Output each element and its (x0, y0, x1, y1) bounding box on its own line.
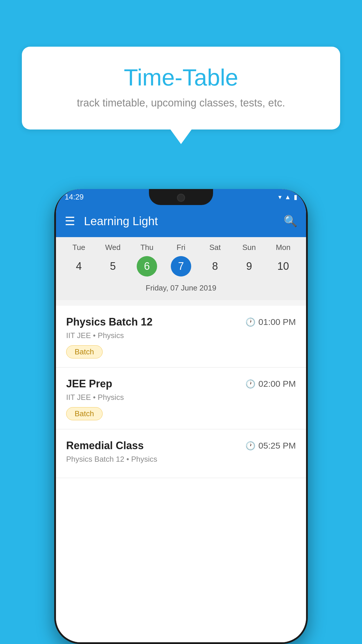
schedule-header: JEE Prep 🕐 02:00 PM (66, 378, 296, 390)
signal-icon: ▲ (284, 193, 291, 201)
batch-tag: Batch (66, 407, 103, 420)
schedule-list[interactable]: Physics Batch 12 🕐 01:00 PM IIT JEE • Ph… (56, 306, 306, 642)
schedule-sub: IIT JEE • Physics (66, 393, 296, 402)
app-bar: ☰ Learning Light 🔍 (56, 205, 306, 237)
selected-date-label: Friday, 07 June 2019 (56, 281, 306, 294)
time-value: 02:00 PM (259, 379, 296, 389)
day-item-10[interactable]: Mon10 (268, 243, 298, 276)
day-name: Thu (140, 243, 154, 252)
day-name: Sun (242, 243, 256, 252)
search-icon[interactable]: 🔍 (284, 215, 297, 228)
phone-notch (149, 189, 213, 205)
day-name: Tue (73, 243, 85, 252)
schedule-time: 🕐 02:00 PM (245, 379, 296, 389)
bubble-title: Time-Table (45, 64, 317, 91)
day-name: Fri (177, 243, 185, 252)
speech-bubble: Time-Table track timetable, upcoming cla… (22, 47, 340, 130)
schedule-header: Remedial Class 🕐 05:25 PM (66, 440, 296, 452)
day-item-6[interactable]: Thu6 (132, 243, 161, 276)
clock-icon: 🕐 (245, 317, 256, 327)
day-row: Tue4Wed5Thu6Fri7Sat8Sun9Mon10 (56, 243, 306, 276)
schedule-item[interactable]: Physics Batch 12 🕐 01:00 PM IIT JEE • Ph… (56, 306, 306, 368)
day-item-5[interactable]: Wed5 (98, 243, 127, 276)
batch-tag: Batch (66, 345, 103, 358)
day-number: 4 (68, 256, 89, 276)
day-item-8[interactable]: Sat8 (201, 243, 230, 276)
schedule-item[interactable]: Remedial Class 🕐 05:25 PM Physics Batch … (56, 429, 306, 478)
status-icons: ▾ ▲ ▮ (278, 193, 297, 201)
phone-camera (177, 194, 185, 202)
app-title: Learning Light (84, 215, 284, 228)
speech-bubble-container: Time-Table track timetable, upcoming cla… (22, 47, 340, 130)
day-number: 8 (205, 256, 225, 276)
day-item-4[interactable]: Tue4 (64, 243, 93, 276)
phone-outer: 14:29 ▾ ▲ ▮ ☰ Learning Light 🔍 Tue4Wed5T… (54, 189, 308, 644)
battery-icon: ▮ (294, 193, 297, 201)
day-name: Wed (105, 243, 121, 252)
day-name: Sat (209, 243, 221, 252)
day-number: 5 (103, 256, 123, 276)
day-item-9[interactable]: Sun9 (235, 243, 264, 276)
time-value: 01:00 PM (259, 317, 296, 327)
schedule-item[interactable]: JEE Prep 🕐 02:00 PM IIT JEE • Physics Ba… (56, 368, 306, 429)
clock-icon: 🕐 (245, 379, 256, 389)
day-number: 7 (171, 256, 191, 276)
calendar-section: Tue4Wed5Thu6Fri7Sat8Sun9Mon10 Friday, 07… (56, 237, 306, 300)
schedule-time: 🕐 01:00 PM (245, 317, 296, 327)
wifi-icon: ▾ (278, 193, 282, 201)
screen-content: 14:29 ▾ ▲ ▮ ☰ Learning Light 🔍 Tue4Wed5T… (56, 189, 306, 642)
phone-wrapper: 14:29 ▾ ▲ ▮ ☰ Learning Light 🔍 Tue4Wed5T… (54, 189, 308, 644)
schedule-sub: IIT JEE • Physics (66, 331, 296, 340)
schedule-header: Physics Batch 12 🕐 01:00 PM (66, 316, 296, 328)
day-number: 10 (273, 256, 293, 276)
day-name: Mon (276, 243, 291, 252)
hamburger-icon[interactable]: ☰ (65, 215, 75, 227)
day-item-7[interactable]: Fri7 (166, 243, 196, 276)
schedule-name: Remedial Class (66, 440, 144, 452)
schedule-sub: Physics Batch 12 • Physics (66, 455, 296, 464)
clock-icon: 🕐 (245, 441, 256, 451)
day-number: 9 (239, 256, 259, 276)
schedule-time: 🕐 05:25 PM (245, 441, 296, 451)
day-number: 6 (137, 256, 157, 276)
time-value: 05:25 PM (259, 441, 296, 451)
bubble-subtitle: track timetable, upcoming classes, tests… (45, 97, 317, 109)
schedule-name: Physics Batch 12 (66, 316, 152, 328)
status-time: 14:29 (65, 192, 84, 202)
schedule-name: JEE Prep (66, 378, 112, 390)
